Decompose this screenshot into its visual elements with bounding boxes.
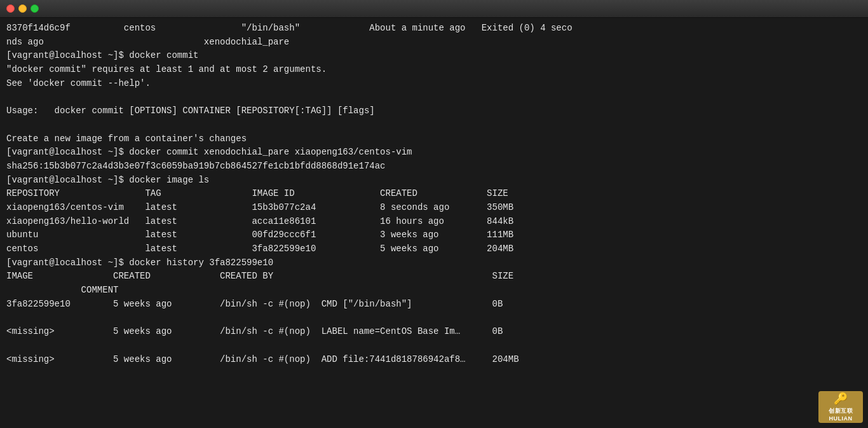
watermark-text: 创新互联HULIAN <box>829 408 853 422</box>
titlebar-buttons <box>6 4 39 13</box>
maximize-button[interactable] <box>31 4 39 13</box>
watermark: 🔑 创新互联HULIAN <box>818 391 863 423</box>
close-button[interactable] <box>6 4 15 13</box>
minimize-button[interactable] <box>18 4 27 13</box>
terminal[interactable]: 8370f14d6c9f centos "/bin/bash" About a … <box>0 18 868 428</box>
titlebar <box>0 0 868 18</box>
watermark-icon: 🔑 <box>834 392 848 406</box>
